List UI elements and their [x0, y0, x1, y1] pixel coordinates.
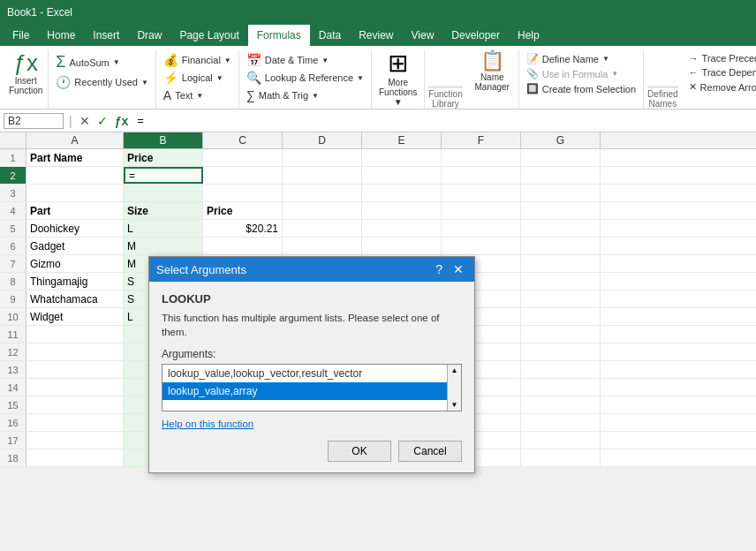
- confirm-formula-icon[interactable]: ✓: [95, 114, 110, 128]
- cell-c5[interactable]: $20.21: [203, 220, 283, 237]
- cell-g6[interactable]: [521, 238, 601, 254]
- cell-f5[interactable]: [442, 220, 521, 237]
- cell-a6[interactable]: Gadget: [26, 238, 124, 254]
- dialog-titlebar: Select Arguments ? ✕: [149, 257, 474, 282]
- cell-g2[interactable]: [521, 167, 601, 184]
- cell-b5[interactable]: L: [124, 220, 203, 237]
- dialog-close-button[interactable]: ✕: [450, 262, 467, 276]
- tab-help[interactable]: Help: [509, 25, 548, 46]
- cell-b3[interactable]: [124, 185, 203, 201]
- more-functions-button[interactable]: ⊞ MoreFunctions ▼: [372, 49, 425, 109]
- cell-a2[interactable]: [26, 167, 124, 184]
- cell-g8[interactable]: [521, 273, 601, 290]
- remove-arrows-button[interactable]: ✕ Remove Arrows ▼: [685, 79, 756, 94]
- tab-insert[interactable]: Insert: [84, 25, 128, 46]
- cell-a9[interactable]: Whatchamaca: [26, 291, 124, 307]
- cell-d6[interactable]: [283, 238, 362, 254]
- cell-g9[interactable]: [521, 291, 601, 307]
- create-from-selection-button[interactable]: 🔲 Create from Selection: [523, 81, 639, 96]
- insert-function-fx-icon[interactable]: ƒx: [113, 114, 131, 128]
- tab-data[interactable]: Data: [310, 25, 350, 46]
- cell-c1[interactable]: [203, 149, 283, 166]
- cell-d2[interactable]: [283, 167, 362, 184]
- insert-function-button[interactable]: ƒx InsertFunction: [4, 49, 49, 109]
- cell-g4[interactable]: [521, 202, 601, 219]
- cell-f2[interactable]: [442, 167, 521, 184]
- cancel-formula-icon[interactable]: ✕: [78, 114, 92, 128]
- use-in-formula-button[interactable]: 📎 Use in Formula ▼: [523, 66, 639, 81]
- cell-a4[interactable]: Part: [26, 202, 124, 219]
- recently-used-button[interactable]: 🕐 Recently Used ▼: [52, 73, 151, 91]
- tab-page-layout[interactable]: Page Layout: [170, 25, 247, 46]
- tab-home[interactable]: Home: [38, 25, 84, 46]
- cell-f4[interactable]: [442, 202, 521, 219]
- dialog-list-item-1[interactable]: lookup_value,array: [163, 382, 447, 400]
- tab-review[interactable]: Review: [350, 25, 402, 46]
- math-trig-button[interactable]: ∑ Math & Trig ▼: [243, 87, 367, 104]
- cell-a10[interactable]: Widget: [26, 308, 124, 325]
- cell-g10[interactable]: [521, 308, 601, 325]
- autosum-button[interactable]: Σ AutoSum ▼: [52, 51, 151, 73]
- corner-cell: [0, 132, 26, 148]
- name-manager-button[interactable]: 📋 NameManager: [466, 49, 519, 109]
- cell-a11[interactable]: [26, 326, 124, 343]
- cell-a7[interactable]: Gizmo: [26, 255, 124, 272]
- dialog-ok-button[interactable]: OK: [328, 441, 391, 462]
- cell-e6[interactable]: [362, 238, 442, 254]
- tab-developer[interactable]: Developer: [442, 25, 509, 46]
- logical-button[interactable]: ⚡ Logical ▼: [160, 69, 235, 87]
- cell-b4[interactable]: Size: [124, 202, 203, 219]
- cell-f6[interactable]: [442, 238, 521, 254]
- trace-precedents-button[interactable]: → Trace Precedents: [685, 51, 756, 65]
- cell-d5[interactable]: [283, 220, 362, 237]
- dialog-cancel-button[interactable]: Cancel: [398, 441, 462, 462]
- cell-a5[interactable]: Doohickey: [26, 220, 124, 237]
- cell-f3[interactable]: [442, 185, 521, 201]
- formula-input[interactable]: [133, 113, 752, 128]
- cell-a1[interactable]: Part Name: [26, 149, 124, 166]
- more-functions-label: MoreFunctions ▼: [379, 78, 417, 107]
- math-icon: ∑: [246, 88, 255, 102]
- cell-f1[interactable]: [442, 149, 521, 166]
- date-time-button[interactable]: 📅 Date & Time ▼: [243, 51, 367, 69]
- cell-g11[interactable]: [521, 326, 601, 343]
- cell-e2[interactable]: [362, 167, 442, 184]
- cell-d3[interactable]: [283, 185, 362, 201]
- text-button[interactable]: A Text ▼: [160, 87, 235, 104]
- cell-b6[interactable]: M: [124, 238, 203, 254]
- lookup-reference-button[interactable]: 🔍 Lookup & Reference ▼: [243, 69, 367, 87]
- tab-file[interactable]: File: [4, 25, 38, 46]
- cell-e5[interactable]: [362, 220, 442, 237]
- cell-a8[interactable]: Thingamajig: [26, 273, 124, 290]
- cell-reference-box[interactable]: [4, 113, 64, 129]
- cell-e1[interactable]: [362, 149, 442, 166]
- cell-g5[interactable]: [521, 220, 601, 237]
- cell-b2[interactable]: =: [124, 167, 203, 184]
- dialog-list-item-0[interactable]: lookup_value,lookup_vector,result_vector: [163, 365, 447, 382]
- tab-formulas[interactable]: Formulas: [248, 25, 310, 46]
- cell-g7[interactable]: [521, 255, 601, 272]
- dialog-help-link[interactable]: Help on this function: [162, 419, 253, 429]
- cell-d1[interactable]: [283, 149, 362, 166]
- cell-c6[interactable]: [203, 238, 283, 254]
- cell-e3[interactable]: [362, 185, 442, 201]
- cell-g1[interactable]: [521, 149, 601, 166]
- cell-c3[interactable]: [203, 185, 283, 201]
- cell-g3[interactable]: [521, 185, 601, 201]
- financial-button[interactable]: 💰 Financial ▼: [160, 51, 235, 69]
- col-header-d: D: [283, 132, 362, 148]
- cell-c2[interactable]: [203, 167, 283, 184]
- dialog-help-button[interactable]: ?: [432, 262, 446, 276]
- dialog-scrollbar[interactable]: ▲ ▼: [447, 365, 461, 411]
- define-name-button[interactable]: 📝 Define Name ▼: [523, 51, 639, 66]
- cell-c4[interactable]: Price: [203, 202, 283, 219]
- cell-a3[interactable]: [26, 185, 124, 201]
- trace-dependents-button[interactable]: ← Trace Dependents: [685, 65, 756, 79]
- dialog-arguments-label: Arguments:: [162, 348, 462, 360]
- cell-b1[interactable]: Price: [124, 149, 203, 166]
- lookup-reference-label: Lookup & Reference: [265, 72, 353, 83]
- cell-e4[interactable]: [362, 202, 442, 219]
- tab-view[interactable]: View: [403, 25, 443, 46]
- cell-d4[interactable]: [283, 202, 362, 219]
- tab-draw[interactable]: Draw: [128, 25, 170, 46]
